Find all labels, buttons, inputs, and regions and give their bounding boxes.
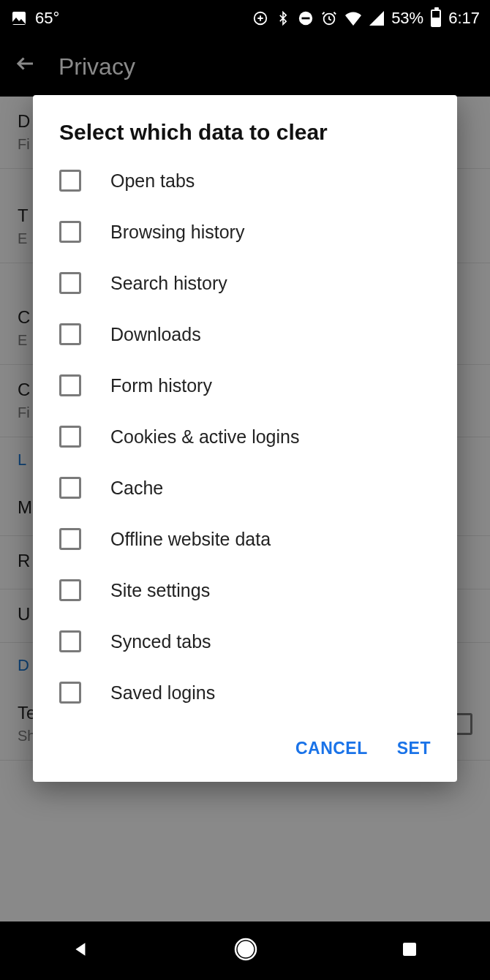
svg-point-6 — [238, 942, 253, 957]
option-browsing-history[interactable]: Browsing history — [33, 206, 457, 257]
option-label: Cookies & active logins — [110, 426, 299, 448]
back-icon[interactable] — [15, 53, 37, 80]
checkbox-icon[interactable] — [59, 323, 81, 345]
cell-signal-icon — [369, 11, 384, 26]
checkbox-icon[interactable] — [59, 528, 81, 550]
android-nav-bar — [0, 921, 490, 980]
checkbox-icon[interactable] — [59, 477, 81, 499]
nav-back-icon[interactable] — [72, 940, 91, 962]
status-battery-pct: 53% — [391, 9, 423, 28]
option-label: Form history — [110, 375, 212, 396]
alarm-icon — [321, 10, 337, 26]
option-form-history[interactable]: Form history — [33, 360, 457, 411]
option-saved-logins[interactable]: Saved logins — [33, 667, 457, 718]
svg-rect-3 — [302, 18, 310, 20]
option-label: Saved logins — [110, 682, 215, 704]
dnd-icon — [298, 10, 314, 26]
option-label: Site settings — [110, 580, 210, 601]
bluetooth-icon — [276, 10, 290, 27]
checkbox-icon[interactable] — [59, 426, 81, 448]
status-clock: 6:17 — [448, 9, 480, 28]
wifi-icon — [344, 11, 362, 26]
clear-data-dialog: Select which data to clear Open tabs Bro… — [33, 95, 457, 782]
page-title: Privacy — [59, 53, 135, 80]
option-cookies[interactable]: Cookies & active logins — [33, 411, 457, 462]
status-temperature: 65° — [35, 9, 59, 28]
option-label: Downloads — [110, 324, 201, 345]
option-synced-tabs[interactable]: Synced tabs — [33, 616, 457, 667]
checkbox-icon[interactable] — [59, 630, 81, 652]
picture-icon — [10, 10, 28, 27]
option-cache[interactable]: Cache — [33, 462, 457, 513]
app-bar: Privacy — [0, 37, 490, 97]
option-search-history[interactable]: Search history — [33, 257, 457, 309]
checkbox-icon[interactable] — [59, 579, 81, 601]
dialog-title: Select which data to clear — [33, 120, 457, 155]
set-button[interactable]: SET — [397, 739, 431, 758]
option-downloads[interactable]: Downloads — [33, 309, 457, 360]
option-label: Cache — [110, 478, 163, 499]
status-bar: 65° 53% 6:17 — [0, 0, 490, 37]
option-label: Open tabs — [110, 170, 195, 192]
option-label: Browsing history — [110, 222, 244, 243]
nav-home-icon[interactable] — [233, 937, 258, 965]
option-label: Offline website data — [110, 529, 271, 550]
nav-recent-icon[interactable] — [401, 941, 418, 961]
checkbox-icon[interactable] — [59, 272, 81, 294]
cancel-button[interactable]: CANCEL — [295, 739, 368, 758]
svg-rect-7 — [403, 943, 416, 956]
checkbox-icon[interactable] — [59, 374, 81, 396]
checkbox-icon[interactable] — [59, 682, 81, 704]
option-label: Synced tabs — [110, 631, 211, 652]
battery-icon — [431, 10, 441, 27]
update-icon — [252, 10, 268, 26]
option-open-tabs[interactable]: Open tabs — [33, 155, 457, 206]
option-site-settings[interactable]: Site settings — [33, 565, 457, 616]
checkbox-icon[interactable] — [59, 170, 81, 192]
option-label: Search history — [110, 273, 227, 294]
option-offline-data[interactable]: Offline website data — [33, 513, 457, 565]
checkbox-icon[interactable] — [59, 221, 81, 243]
